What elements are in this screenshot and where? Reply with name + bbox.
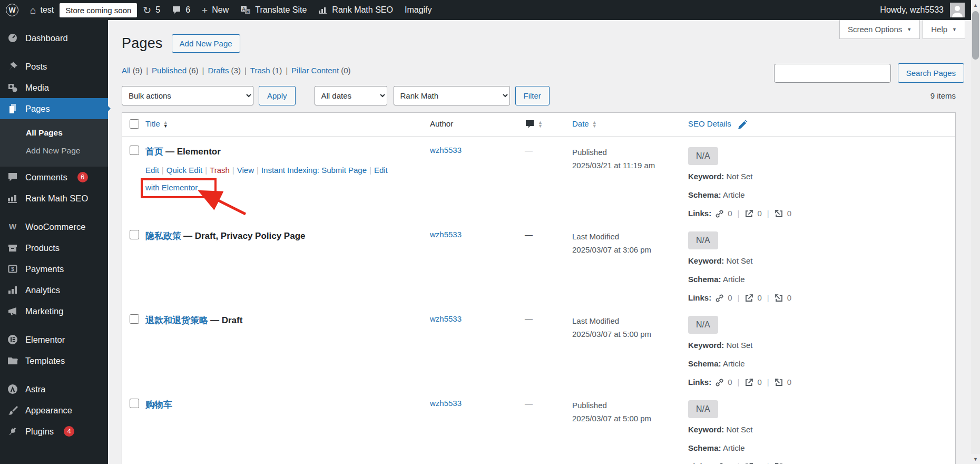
submenu-add-new-page[interactable]: Add New Page <box>0 142 108 160</box>
date-status: Last Modified <box>572 230 683 243</box>
instant-indexing-link[interactable]: Instant Indexing: Submit Page <box>261 166 367 175</box>
wordpress-menu[interactable]: W <box>0 0 24 20</box>
brush-icon <box>7 405 18 415</box>
date-value: 2025/03/07 at 3:06 pm <box>572 243 683 256</box>
sidebar-item-pages[interactable]: Pages <box>0 98 108 119</box>
page-title: Pages <box>122 35 163 52</box>
admin-sidebar: Dashboard Posts Media Pages All Pages Ad… <box>0 20 108 464</box>
external-links-icon <box>744 209 753 218</box>
vertical-scrollbar[interactable]: ▲ ▼ <box>971 0 980 464</box>
edit-with-elementor-link[interactable]: with Elementor <box>145 183 198 192</box>
author-link[interactable]: wzh5533 <box>430 230 462 239</box>
sidebar-item-analytics[interactable]: Analytics <box>0 279 108 301</box>
submenu-all-pages[interactable]: All Pages <box>0 124 108 142</box>
sort-arrows-icon: ▲▼ <box>592 121 597 128</box>
comments-column-icon[interactable] <box>525 120 535 129</box>
row-checkbox[interactable] <box>130 399 139 408</box>
avatar[interactable] <box>950 3 965 17</box>
plugins-count-badge: 4 <box>64 426 74 437</box>
imagify-link[interactable]: Imagify <box>399 0 438 20</box>
scroll-up-button[interactable]: ▲ <box>971 0 980 10</box>
comments-count-badge: 6 <box>77 172 88 182</box>
rank-math-seo-link[interactable]: Rank Math SEO <box>312 0 399 20</box>
edit-with-elementor-link[interactable]: Edit <box>374 166 388 175</box>
page-title-link[interactable]: 首页 <box>145 147 163 157</box>
sidebar-item-plugins[interactable]: Plugins 4 <box>0 421 108 442</box>
sidebar-item-woocommerce[interactable]: W WooCommerce <box>0 216 108 237</box>
sidebar-item-media[interactable]: Media <box>0 77 108 98</box>
view-link[interactable]: View <box>237 166 254 175</box>
pencil-icon[interactable] <box>738 120 748 130</box>
page-title-link[interactable]: 退款和退货策略 <box>145 315 208 325</box>
view-trash-link[interactable]: Trash <box>250 66 270 75</box>
seo-score-badge: N/A <box>688 400 718 418</box>
sidebar-item-appearance[interactable]: Appearance <box>0 400 108 421</box>
howdy-account-link[interactable]: Howdy, wzh5533 <box>880 5 944 15</box>
schema-value: Article <box>723 275 745 284</box>
comments-icon <box>7 172 18 182</box>
sidebar-item-posts[interactable]: Posts <box>0 56 108 77</box>
store-coming-soon-badge: Store coming soon <box>60 3 137 17</box>
post-state: — Draft <box>210 315 242 325</box>
internal-links-icon <box>715 294 724 303</box>
quick-edit-link[interactable]: Quick Edit <box>166 166 202 175</box>
incoming-links-icon <box>775 462 783 464</box>
select-all-checkbox[interactable] <box>130 119 139 129</box>
site-name-link[interactable]: ⌂ test <box>24 0 60 20</box>
author-link[interactable]: wzh5533 <box>430 146 462 154</box>
view-drafts-link[interactable]: Drafts <box>208 66 229 75</box>
sidebar-item-templates[interactable]: Templates <box>0 350 108 371</box>
row-checkbox[interactable] <box>130 146 139 155</box>
screen-options-button[interactable]: Screen Options ▼ <box>839 20 920 39</box>
bulk-actions-select[interactable]: Bulk actions <box>122 86 253 105</box>
comments-value: — <box>525 146 533 154</box>
page-title-link[interactable]: 隐私政策 <box>145 231 181 241</box>
table-row: 退款和退货策略— Draft wzh5533 — Last Modified 2… <box>122 306 955 390</box>
sidebar-item-elementor[interactable]: Elementor <box>0 329 108 350</box>
post-state: — Elementor <box>165 147 221 157</box>
date-filter-select[interactable]: All dates <box>315 86 387 105</box>
comments-link[interactable]: 6 <box>166 0 196 20</box>
trash-link[interactable]: Trash <box>210 166 230 175</box>
page-title-link[interactable]: 购物车 <box>145 400 172 410</box>
view-pillar-content-link[interactable]: Pillar Content <box>291 66 339 75</box>
search-input[interactable] <box>774 64 891 83</box>
sort-by-title[interactable]: Title <box>145 119 160 128</box>
astra-icon <box>7 384 18 394</box>
seo-details-column-header[interactable]: SEO Details <box>688 119 731 128</box>
updates-link[interactable]: ↻ 5 <box>137 0 166 20</box>
sidebar-item-astra[interactable]: Astra <box>0 379 108 400</box>
apply-button[interactable]: Apply <box>259 86 296 105</box>
products-box-icon <box>7 243 18 253</box>
author-link[interactable]: wzh5533 <box>430 399 462 408</box>
add-new-page-button[interactable]: Add New Page <box>172 34 240 53</box>
scrollbar-thumb[interactable] <box>972 11 979 60</box>
scroll-down-button[interactable]: ▼ <box>971 454 980 464</box>
sidebar-item-products[interactable]: Products <box>0 237 108 258</box>
updates-count: 5 <box>155 5 160 15</box>
edit-link[interactable]: Edit <box>145 166 159 175</box>
date-value: 2025/03/21 at 11:19 am <box>572 159 683 172</box>
site-name: test <box>40 5 54 15</box>
schema-value: Article <box>723 190 745 199</box>
view-all-link[interactable]: All <box>122 66 131 75</box>
view-published-link[interactable]: Published <box>152 66 187 75</box>
sidebar-item-comments[interactable]: Comments 6 <box>0 167 108 188</box>
sidebar-item-payments[interactable]: $ Payments <box>0 258 108 279</box>
sidebar-item-marketing[interactable]: Marketing <box>0 301 108 322</box>
sidebar-item-dashboard[interactable]: Dashboard <box>0 27 108 49</box>
author-link[interactable]: wzh5533 <box>430 314 462 323</box>
admin-bar: W ⌂ test Store coming soon ↻ 5 6 + New A <box>0 0 971 20</box>
rank-math-filter-select[interactable]: Rank Math <box>394 86 510 105</box>
chevron-down-icon: ▼ <box>952 27 957 32</box>
help-button[interactable]: Help ▼ <box>923 20 965 39</box>
keyword-value: Not Set <box>727 256 753 265</box>
new-content-link[interactable]: + New <box>196 0 234 20</box>
filter-button[interactable]: Filter <box>515 86 550 105</box>
row-checkbox[interactable] <box>130 230 139 239</box>
search-pages-button[interactable]: Search Pages <box>898 63 964 83</box>
sort-by-date[interactable]: Date <box>572 119 589 128</box>
row-checkbox[interactable] <box>130 314 139 324</box>
translate-site-link[interactable]: A a Translate Site <box>234 0 312 20</box>
sidebar-item-rank-math-seo[interactable]: Rank Math SEO <box>0 188 108 209</box>
